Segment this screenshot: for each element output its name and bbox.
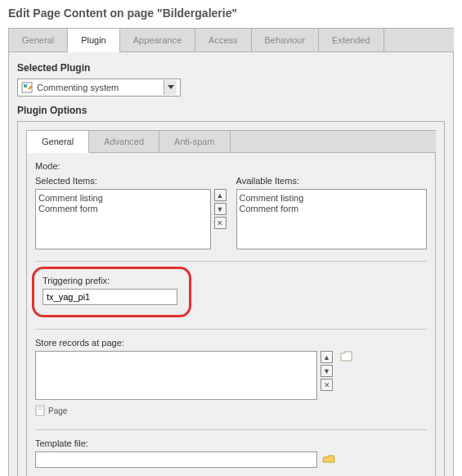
svg-rect-2 xyxy=(36,406,44,415)
move-down-button[interactable]: ▼ xyxy=(214,203,227,215)
folder-icon[interactable] xyxy=(340,351,352,361)
list-item[interactable]: Comment listing xyxy=(38,193,208,203)
arrow-down-icon: ▼ xyxy=(323,367,330,375)
plugin-options-box: General Advanced Anti-spam Mode: Selecte… xyxy=(17,121,445,476)
chevron-down-icon xyxy=(164,80,177,95)
triggering-prefix-label: Triggering prefix: xyxy=(43,276,181,285)
move-up-button[interactable]: ▲ xyxy=(321,351,333,363)
list-item[interactable]: Comment listing xyxy=(240,193,424,203)
tab-behaviour[interactable]: Behaviour xyxy=(252,29,320,52)
close-icon: ✕ xyxy=(217,219,223,227)
page-icon xyxy=(35,405,45,416)
browse-file-icon[interactable] xyxy=(322,454,335,465)
available-items-listbox[interactable]: Comment listing Comment form xyxy=(236,189,428,249)
plugin-panel: Selected Plugin Commenting system Plugin… xyxy=(8,52,454,476)
plugin-select[interactable]: Commenting system xyxy=(17,79,181,97)
svg-rect-3 xyxy=(38,407,43,408)
store-records-label: Store records at page: xyxy=(35,338,427,348)
page-title: Edit Page Content on page "Bildergalerie… xyxy=(0,0,462,28)
svg-rect-4 xyxy=(38,409,43,410)
options-general-panel: Mode: Selected Items: Comment listing Co… xyxy=(26,153,436,476)
svg-rect-1 xyxy=(24,84,27,88)
list-item[interactable]: Comment form xyxy=(38,204,208,213)
remove-button[interactable]: ✕ xyxy=(214,217,227,229)
close-icon: ✕ xyxy=(324,381,330,389)
selected-items-label: Selected Items: xyxy=(35,176,227,186)
tab-general[interactable]: General xyxy=(9,29,68,52)
tab-extended[interactable]: Extended xyxy=(319,29,384,52)
store-records-listbox[interactable] xyxy=(35,351,317,400)
arrow-down-icon: ▼ xyxy=(217,205,224,213)
options-tabstrip: General Advanced Anti-spam xyxy=(26,130,436,153)
main-tabstrip: General Plugin Appearance Access Behavio… xyxy=(8,28,454,52)
mode-label: Mode: xyxy=(35,161,427,171)
list-item[interactable]: Comment form xyxy=(240,204,424,213)
tab-appearance[interactable]: Appearance xyxy=(120,29,195,52)
divider xyxy=(35,429,427,430)
move-down-button[interactable]: ▼ xyxy=(321,365,333,377)
page-browse-link[interactable]: Page xyxy=(35,405,67,416)
triggering-prefix-input[interactable] xyxy=(43,289,177,305)
divider xyxy=(35,329,427,330)
options-tab-antispam[interactable]: Anti-spam xyxy=(159,131,231,153)
tab-plugin[interactable]: Plugin xyxy=(68,29,120,52)
arrow-up-icon: ▲ xyxy=(323,353,330,361)
available-items-label: Available Items: xyxy=(236,176,428,186)
arrow-up-icon: ▲ xyxy=(217,191,224,200)
triggering-prefix-highlight: Triggering prefix: xyxy=(32,267,191,317)
remove-button[interactable]: ✕ xyxy=(321,379,333,391)
selected-items-listbox[interactable]: Comment listing Comment form xyxy=(35,189,211,249)
divider xyxy=(35,261,427,262)
move-up-button[interactable]: ▲ xyxy=(214,189,227,201)
options-tab-general[interactable]: General xyxy=(27,131,89,153)
selected-plugin-heading: Selected Plugin xyxy=(17,62,445,74)
template-file-label: Template file: xyxy=(35,438,427,448)
page-link-label: Page xyxy=(48,406,67,415)
options-tab-advanced[interactable]: Advanced xyxy=(89,131,159,153)
tab-access[interactable]: Access xyxy=(195,29,251,52)
plugin-select-value: Commenting system xyxy=(37,83,119,92)
template-file-input[interactable] xyxy=(35,451,317,468)
plugin-icon xyxy=(21,82,33,93)
plugin-options-heading: Plugin Options xyxy=(17,105,445,116)
